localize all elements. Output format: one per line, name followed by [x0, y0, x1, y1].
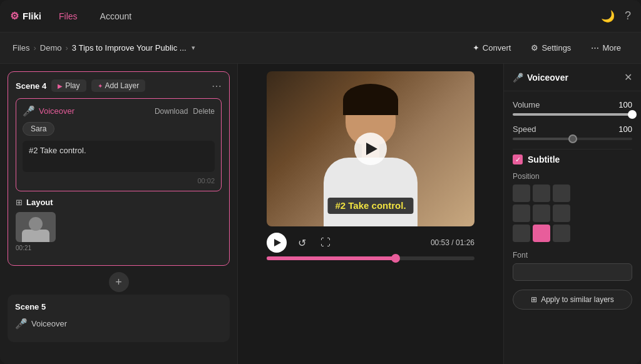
- video-play-overlay[interactable]: [354, 133, 387, 165]
- add-layer-button[interactable]: ✦ Add Layer: [91, 79, 146, 92]
- voiceover-download-button[interactable]: Download: [155, 107, 188, 116]
- add-layer-icon: ✦: [98, 83, 103, 89]
- breadcrumb-current: 3 Tips to Improve Your Public ...: [72, 43, 187, 53]
- add-layer-label: Add Layer: [105, 81, 140, 90]
- pos-cell-1[interactable]: [533, 185, 550, 202]
- volume-label: Volume: [513, 100, 540, 109]
- right-panel: 🎤 Voiceover ✕ Volume 100 Speed 100: [503, 64, 641, 364]
- speed-thumb[interactable]: [568, 134, 577, 143]
- nav-right-actions: 🌙 ?: [601, 9, 631, 23]
- panel-close-button[interactable]: ✕: [624, 71, 632, 83]
- time-current: 00:53: [431, 238, 449, 247]
- person-hair: [343, 84, 398, 115]
- position-grid: [513, 185, 632, 242]
- breadcrumb-files[interactable]: Files: [13, 43, 29, 53]
- apply-btn-label: Apply to similar layers: [541, 295, 614, 304]
- panel-body: Volume 100 Speed 100 ✓ S: [504, 91, 641, 318]
- pos-cell-0[interactable]: [513, 185, 530, 202]
- play-triangle-icon: [366, 143, 377, 155]
- add-scene-button[interactable]: +: [109, 272, 129, 292]
- nav-item-files[interactable]: Files: [54, 9, 83, 24]
- layout-grid-icon: ⊞: [16, 198, 23, 207]
- help-button[interactable]: ?: [625, 9, 631, 23]
- settings-label: Settings: [541, 43, 571, 53]
- apply-to-similar-button[interactable]: ⊞ Apply to similar layers: [513, 290, 632, 310]
- pos-cell-8[interactable]: [553, 225, 570, 242]
- voiceover-text-input[interactable]: [23, 141, 215, 172]
- layout-label: Layout: [26, 198, 53, 207]
- convert-button[interactable]: ✦ Convert: [465, 39, 519, 56]
- panel-header: 🎤 Voiceover ✕: [504, 64, 641, 91]
- dark-mode-toggle[interactable]: 🌙: [601, 9, 615, 23]
- pos-cell-6[interactable]: [513, 225, 530, 242]
- person-body: [324, 158, 418, 226]
- breadcrumb-sep-1: ›: [33, 43, 36, 53]
- volume-fill: [513, 113, 632, 116]
- font-input[interactable]: [513, 263, 632, 281]
- speed-row: Speed 100: [513, 124, 632, 134]
- breadcrumb-dropdown-button[interactable]: ▾: [192, 44, 195, 52]
- scene-5-voiceover: 🎤 Voiceover: [15, 318, 222, 330]
- scene-5-header: Scene 5: [15, 302, 222, 311]
- scene-4-more-button[interactable]: ⋯: [212, 80, 222, 92]
- subtitle-text: #2 Take control.: [335, 200, 406, 211]
- nav-item-account[interactable]: Account: [95, 9, 137, 24]
- layout-header: ⊞ Layout: [16, 198, 222, 207]
- convert-icon: ✦: [473, 43, 479, 53]
- pos-cell-2[interactable]: [553, 185, 570, 202]
- convert-label: Convert: [483, 43, 511, 53]
- subtitle-checkbox[interactable]: ✓: [513, 154, 523, 164]
- breadcrumb-bar: Files › Demo › 3 Tips to Improve Your Pu…: [0, 33, 641, 64]
- scene-5-card: Scene 5 🎤 Voiceover: [8, 295, 230, 342]
- scene-4-play-button[interactable]: ▶ Play: [51, 79, 86, 92]
- scene-5-mic-icon: 🎤: [15, 318, 28, 330]
- volume-value: 100: [618, 100, 632, 109]
- breadcrumb-actions: ✦ Convert ⚙ Settings ⋯ More: [465, 39, 628, 56]
- voiceover-label: Voiceover: [39, 106, 74, 116]
- volume-slider[interactable]: [513, 113, 632, 116]
- breadcrumb: Files › Demo › 3 Tips to Improve Your Pu…: [13, 43, 465, 53]
- divider-1: [513, 149, 632, 149]
- video-fullscreen-button[interactable]: ⛶: [317, 234, 334, 251]
- apply-btn-icon: ⊞: [531, 295, 537, 304]
- speed-slider[interactable]: [513, 138, 632, 140]
- video-controls: ↺ ⛶ 00:53 / 01:26: [267, 233, 474, 253]
- pos-cell-3[interactable]: [513, 205, 530, 222]
- breadcrumb-demo[interactable]: Demo: [40, 43, 62, 53]
- panel-title: 🎤 Voiceover: [513, 73, 568, 83]
- mic-icon: 🎤: [23, 105, 35, 117]
- scene-4-title: Scene 4: [16, 81, 46, 91]
- more-icon: ⋯: [591, 43, 599, 53]
- voiceover-delete-button[interactable]: Delete: [193, 107, 215, 116]
- main-layout: Scene 4 ▶ Play ✦ Add Layer ⋯ 🎤 Voiceover: [0, 64, 641, 364]
- pos-cell-4[interactable]: [533, 205, 550, 222]
- volume-row: Volume 100: [513, 100, 632, 109]
- panel-title-text: Voiceover: [527, 73, 568, 83]
- voiceover-section: 🎤 Voiceover Download Delete Sara 00:02: [16, 98, 222, 191]
- scene-5-title: Scene 5: [15, 302, 46, 311]
- speaker-tag[interactable]: Sara: [23, 122, 54, 136]
- volume-thumb[interactable]: [628, 110, 637, 119]
- pos-cell-7-active[interactable]: [533, 225, 550, 242]
- breadcrumb-sep-2: ›: [65, 43, 68, 53]
- position-label: Position: [513, 172, 632, 181]
- settings-button[interactable]: ⚙ Settings: [523, 39, 578, 56]
- progress-thumb[interactable]: [391, 254, 400, 263]
- subtitle-overlay: #2 Take control.: [327, 198, 413, 214]
- gear-icon: ⚙: [10, 10, 19, 22]
- time-total: 01:26: [456, 238, 474, 247]
- voiceover-time: 00:02: [23, 177, 215, 185]
- video-rewind-button[interactable]: ↺: [293, 234, 310, 251]
- center-panel: #2 Take control. ↺ ⛶ 00:53 / 01:26: [238, 64, 503, 364]
- more-label: More: [602, 43, 621, 53]
- thumbnail-time: 00:21: [16, 245, 222, 251]
- play-btn-triangle-icon: [274, 239, 281, 246]
- layout-thumbnail[interactable]: [16, 212, 56, 242]
- video-progress-bar[interactable]: [267, 256, 474, 260]
- play-label: Play: [65, 81, 79, 90]
- more-button[interactable]: ⋯ More: [583, 39, 628, 56]
- time-separator: /: [451, 238, 456, 247]
- pos-cell-5[interactable]: [553, 205, 570, 222]
- video-play-button[interactable]: [267, 233, 287, 253]
- play-icon: ▶: [58, 83, 63, 89]
